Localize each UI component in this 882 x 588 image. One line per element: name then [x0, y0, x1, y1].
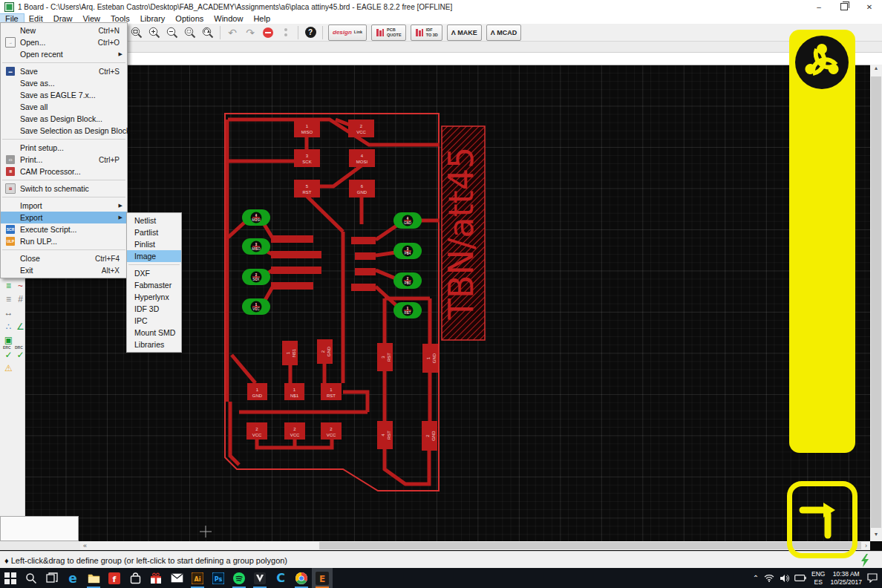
dimension-icon[interactable]: # [15, 293, 26, 304]
restore-button[interactable] [832, 0, 857, 13]
export-menu-item-mount-smd[interactable]: Mount SMD [127, 327, 181, 339]
export-menu-item-idf-3d[interactable]: IDF 3D [127, 303, 181, 315]
export-menu-item-netlist[interactable]: Netlist [127, 215, 181, 226]
width-arrows-icon[interactable]: ↔ [3, 307, 14, 318]
illustrator-icon[interactable]: Ai [187, 568, 208, 588]
smd-pad[interactable]: 3RST [377, 343, 393, 371]
file-menu-item-save-as[interactable]: Save as... [1, 77, 127, 89]
smd-pad[interactable]: 1GND [247, 383, 267, 400]
smd-pad[interactable]: 5RST [294, 180, 320, 197]
action-center-icon[interactable] [867, 573, 878, 583]
c-app-icon[interactable]: C [270, 568, 291, 588]
edge-icon[interactable]: e [62, 568, 83, 588]
file-menu-item-cam-processor[interactable]: ≣CAM Processor... [1, 166, 127, 177]
export-menu-item-ipc[interactable]: IPC [127, 315, 181, 327]
file-menu-item-exit[interactable]: ExitAlt+X [1, 264, 127, 276]
ic-pad[interactable] [355, 252, 376, 260]
menubar-item-help[interactable]: Help [248, 14, 275, 24]
start-button[interactable] [0, 568, 21, 588]
smd-pad[interactable]: 3SCK [294, 149, 320, 167]
angle-route-icon[interactable]: ∠ [15, 321, 26, 332]
photoshop-icon[interactable]: Ps [208, 568, 229, 588]
file-menu-item-import[interactable]: Import▶ [1, 200, 127, 212]
file-menu-item-open-recent[interactable]: Open recent▶ [1, 48, 127, 60]
smd-pad[interactable]: 1GND [422, 344, 438, 373]
file-menu-item-save[interactable]: ▬SaveCtrl+S [1, 65, 127, 77]
chrome-icon[interactable] [291, 568, 312, 588]
zoom-select-icon[interactable] [182, 25, 198, 40]
store-app-icon[interactable] [125, 568, 146, 588]
search-icon[interactable] [21, 568, 42, 588]
undo-icon[interactable]: ↶ [224, 25, 241, 40]
battery-icon[interactable] [794, 575, 806, 581]
ic-pad[interactable] [271, 235, 313, 243]
mcad-button[interactable]: Λ MCAD [486, 24, 522, 41]
through-hole-pad[interactable]: 4GND [393, 212, 422, 229]
through-hole-pad[interactable]: 3MISO [242, 238, 270, 255]
file-menu-item-save-selection-as-design-block[interactable]: Save Selection as Design Block... [1, 125, 127, 137]
file-menu-item-export[interactable]: Export▶ [1, 212, 127, 223]
horizontal-scroll-thumb[interactable] [319, 542, 861, 549]
close-button[interactable]: ✕ [857, 0, 882, 13]
traffic-light-icon[interactable] [278, 25, 294, 40]
smd-pad[interactable]: 6GND [349, 180, 375, 197]
help-icon[interactable]: ? [302, 25, 318, 40]
zoom-out-icon[interactable] [164, 25, 180, 40]
stop-icon[interactable] [260, 25, 276, 40]
tray-expand-icon[interactable]: ⌃ [753, 574, 759, 582]
scatter-move-icon[interactable]: ∴ [3, 321, 14, 332]
minimize-button[interactable]: – [806, 0, 832, 13]
make-button[interactable]: Λ MAKE [447, 24, 482, 41]
smd-pad[interactable]: 1RST [321, 383, 342, 400]
scroll-left-arrow[interactable]: « [80, 542, 90, 549]
smd-pad[interactable]: 2GND [317, 339, 333, 364]
layer-gray-icon[interactable]: ≡ [3, 293, 14, 304]
speaker-icon[interactable] [780, 574, 789, 583]
ic-pad[interactable] [271, 251, 321, 258]
zoom-redraw-icon[interactable] [200, 25, 216, 40]
horizontal-scrollbar[interactable]: « › [80, 541, 870, 550]
scroll-up-arrow[interactable]: ▴ [870, 65, 882, 75]
file-menu-item-new[interactable]: NewCtrl+N [1, 24, 127, 36]
clock[interactable]: 10:38 AM10/25/2017 [830, 570, 862, 586]
smd-pad[interactable]: 2VCC [284, 422, 305, 440]
scroll-right-arrow[interactable]: › [862, 542, 870, 549]
spotify-icon[interactable] [229, 568, 249, 588]
through-hole-pad[interactable]: 4MOSI [242, 209, 270, 226]
wire-bend-icon[interactable]: ~ [15, 280, 26, 291]
idf-to-3d-button[interactable]: IDFTO 3D [411, 24, 442, 41]
file-menu-item-save-all[interactable]: Save all [1, 101, 127, 113]
pcb-quote-button[interactable]: PCBQUOTE [371, 24, 406, 41]
file-menu-item-run-ulp[interactable]: ULPRun ULP... [1, 235, 127, 247]
zoom-in-icon[interactable] [146, 25, 163, 40]
file-explorer-icon[interactable] [83, 568, 104, 588]
eagle-icon[interactable]: E [312, 568, 333, 588]
vertical-scrollbar[interactable]: ▴ ▾ [870, 65, 882, 541]
through-hole-pad[interactable]: 1RST [393, 302, 422, 318]
command-line-input[interactable] [0, 53, 882, 65]
ic-pad[interactable] [351, 284, 376, 291]
menubar-item-library[interactable]: Library [135, 14, 171, 24]
file-menu-item-switch-to-schematic[interactable]: ⊞Switch to schematic [1, 183, 127, 195]
facebook-app-icon[interactable]: f [104, 568, 125, 588]
zoom-fit-icon[interactable] [128, 25, 145, 40]
smd-pad[interactable]: 2VCC [246, 422, 267, 440]
wifi-icon[interactable] [764, 574, 774, 582]
smd-pad[interactable]: 4MOSI [349, 149, 375, 167]
file-menu-item-print-setup[interactable]: Print setup... [1, 142, 127, 154]
smd-pad[interactable]: 4RST [377, 421, 393, 449]
mail-icon[interactable] [166, 568, 187, 588]
menubar-item-options[interactable]: Options [170, 14, 209, 24]
file-menu-item-execute-script[interactable]: SCRExecute Script... [1, 223, 127, 235]
through-hole-pad[interactable]: 2PB0 [393, 272, 422, 289]
design-link-button[interactable]: designLink [328, 24, 367, 41]
export-menu-item-fabmaster[interactable]: Fabmaster [127, 279, 181, 291]
file-menu-item-open[interactable]: →Open...Ctrl+O [1, 36, 127, 48]
file-menu-item-save-as-design-block[interactable]: Save as Design Block... [1, 113, 127, 125]
through-hole-pad[interactable]: 2SCK [242, 269, 270, 285]
smd-pad[interactable]: 2VCC [321, 422, 342, 440]
smd-pad[interactable]: 1N$1 [282, 341, 298, 365]
menubar-item-window[interactable]: Window [209, 14, 248, 24]
erc-check-icon[interactable]: ✓ERC [3, 349, 14, 360]
language-indicator[interactable]: ENGES [811, 570, 825, 586]
